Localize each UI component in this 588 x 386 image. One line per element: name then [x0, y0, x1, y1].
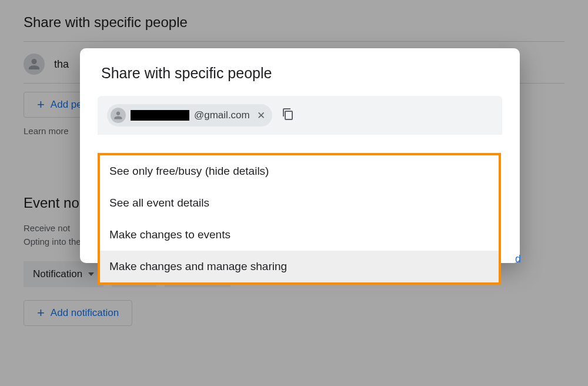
redacted-email-local	[131, 110, 189, 121]
permission-option-manage-sharing[interactable]: Make changes and manage sharing	[100, 251, 499, 282]
permission-option-freebusy[interactable]: See only free/busy (hide details)	[100, 155, 499, 187]
send-button-fragment[interactable]: d	[515, 253, 521, 265]
permission-dropdown: See only free/busy (hide details) See al…	[98, 153, 501, 285]
permission-option-make-changes[interactable]: Make changes to events	[100, 219, 499, 251]
dialog-title: Share with specific people	[80, 48, 520, 96]
share-dialog: Share with specific people @gmail.com ✕ …	[80, 48, 520, 263]
copy-icon[interactable]	[280, 107, 295, 124]
person-icon	[113, 111, 123, 120]
remove-chip-button[interactable]: ✕	[255, 109, 265, 122]
email-domain: @gmail.com	[194, 109, 250, 121]
email-chip: @gmail.com ✕	[107, 104, 272, 127]
svg-rect-0	[285, 111, 292, 119]
email-input-area[interactable]: @gmail.com ✕	[98, 96, 502, 135]
permission-option-see-all[interactable]: See all event details	[100, 187, 499, 219]
chip-avatar	[111, 108, 126, 123]
